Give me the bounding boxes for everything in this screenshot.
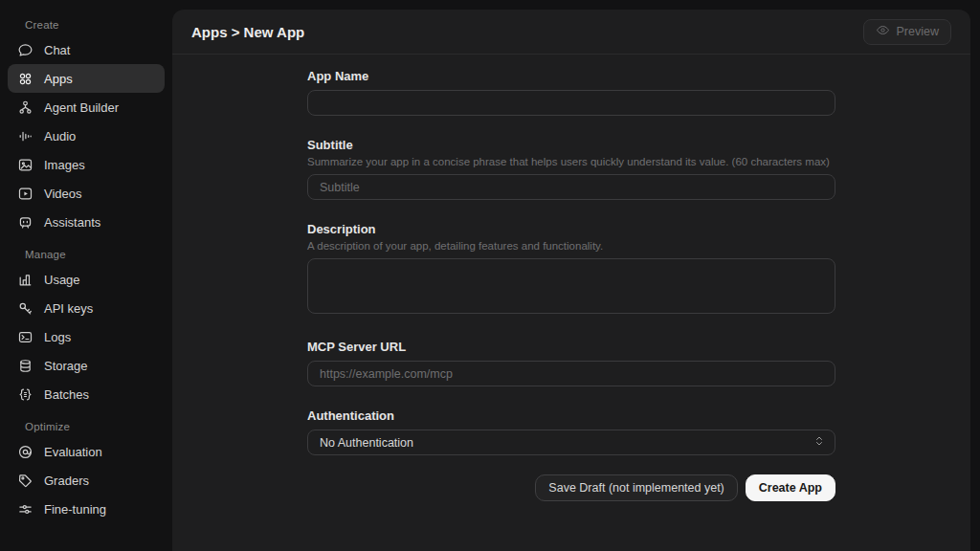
sidebar-item-assistants[interactable]: Assistants <box>8 208 165 236</box>
sidebar-item-label: Evaluation <box>44 445 102 459</box>
videos-icon <box>17 186 33 202</box>
apps-icon <box>17 71 33 87</box>
subtitle-label: Subtitle <box>307 138 835 152</box>
sidebar-item-label: Fine-tuning <box>44 502 106 517</box>
sidebar-item-label: Usage <box>44 273 80 287</box>
create-app-button[interactable]: Create App <box>746 474 835 501</box>
description-textarea[interactable] <box>307 258 835 314</box>
subtitle-field-group: Subtitle Summarize your app in a concise… <box>307 138 835 200</box>
mcp-url-input[interactable] <box>307 361 835 386</box>
logs-icon <box>17 329 33 345</box>
fine-tuning-icon <box>17 501 33 518</box>
sidebar-item-storage[interactable]: Storage <box>8 351 165 380</box>
sidebar-item-apps[interactable]: Apps <box>8 64 165 93</box>
panel-header: Apps > New App Preview <box>172 10 970 55</box>
sidebar-item-audio[interactable]: Audio <box>8 121 165 150</box>
sidebar-item-agent-builder[interactable]: Agent Builder <box>8 93 165 121</box>
description-helper-text: A description of your app, detailing fea… <box>307 240 835 252</box>
description-field-group: Description A description of your app, d… <box>307 222 835 318</box>
main-panel: Apps > New App Preview App Name Subtitle… <box>172 10 970 551</box>
save-draft-button[interactable]: Save Draft (not implemented yet) <box>535 474 737 501</box>
sidebar-item-label: Graders <box>44 474 89 488</box>
sidebar-item-label: Apps <box>44 72 73 86</box>
sidebar-item-images[interactable]: Images <box>8 150 165 179</box>
subtitle-input[interactable] <box>307 174 835 200</box>
sidebar-item-api-keys[interactable]: API keys <box>8 294 165 322</box>
preview-button[interactable]: Preview <box>863 19 951 45</box>
sidebar-section-label-create: Create <box>25 19 172 31</box>
subtitle-helper-text: Summarize your app in a concise phrase t… <box>307 156 835 167</box>
sidebar-item-chat[interactable]: Chat <box>8 35 165 64</box>
sidebar-section-label-manage: Manage <box>25 249 172 260</box>
storage-icon <box>17 358 33 374</box>
sidebar-item-logs[interactable]: Logs <box>8 322 165 351</box>
app-name-field-group: App Name <box>307 69 835 116</box>
sidebar-item-label: Audio <box>44 129 76 143</box>
sidebar-item-label: Logs <box>44 330 71 344</box>
graders-icon <box>17 473 33 489</box>
sidebar-item-fine-tuning[interactable]: Fine-tuning <box>8 495 165 523</box>
sidebar: CreateChatAppsAgent BuilderAudioImagesVi… <box>0 0 172 551</box>
sidebar-section-label-optimize: Optimize <box>25 421 172 432</box>
description-label: Description <box>307 222 835 236</box>
breadcrumb: Apps > New App <box>191 24 304 40</box>
sidebar-item-usage[interactable]: Usage <box>8 265 165 294</box>
assistants-icon <box>17 214 33 231</box>
sidebar-item-label: Chat <box>44 43 70 57</box>
agent-builder-icon <box>17 99 33 116</box>
evaluation-icon <box>17 444 33 460</box>
audio-icon <box>17 128 33 144</box>
sidebar-item-label: Videos <box>44 187 82 201</box>
mcp-url-label: MCP Server URL <box>307 340 835 354</box>
sidebar-item-evaluation[interactable]: Evaluation <box>8 437 165 466</box>
api-keys-icon <box>17 300 33 317</box>
preview-button-label: Preview <box>897 25 939 38</box>
sidebar-item-graders[interactable]: Graders <box>8 466 165 495</box>
sidebar-item-label: Assistants <box>44 215 100 230</box>
authentication-select[interactable]: No Authentication <box>307 430 835 455</box>
usage-icon <box>17 272 33 288</box>
sidebar-item-videos[interactable]: Videos <box>8 179 165 208</box>
sidebar-item-label: Agent Builder <box>44 100 119 115</box>
chat-icon <box>17 42 33 58</box>
app-name-label: App Name <box>307 69 835 83</box>
authentication-label: Authentication <box>307 408 835 423</box>
sidebar-item-label: Images <box>44 158 85 172</box>
chevron-up-down-icon <box>813 435 825 450</box>
images-icon <box>17 157 33 173</box>
sidebar-item-label: API keys <box>44 301 93 316</box>
batches-icon <box>17 386 33 403</box>
sidebar-item-label: Batches <box>44 387 89 402</box>
sidebar-item-label: Storage <box>44 359 88 373</box>
authentication-selected-value: No Authentication <box>320 436 413 450</box>
mcp-url-field-group: MCP Server URL <box>307 340 835 386</box>
form-actions: Save Draft (not implemented yet) Create … <box>307 474 835 501</box>
authentication-field-group: Authentication No Authentication <box>307 408 835 455</box>
new-app-form: App Name Subtitle Summarize your app in … <box>307 55 835 501</box>
sidebar-item-batches[interactable]: Batches <box>8 380 165 408</box>
eye-icon <box>876 23 890 40</box>
app-name-input[interactable] <box>307 90 835 116</box>
